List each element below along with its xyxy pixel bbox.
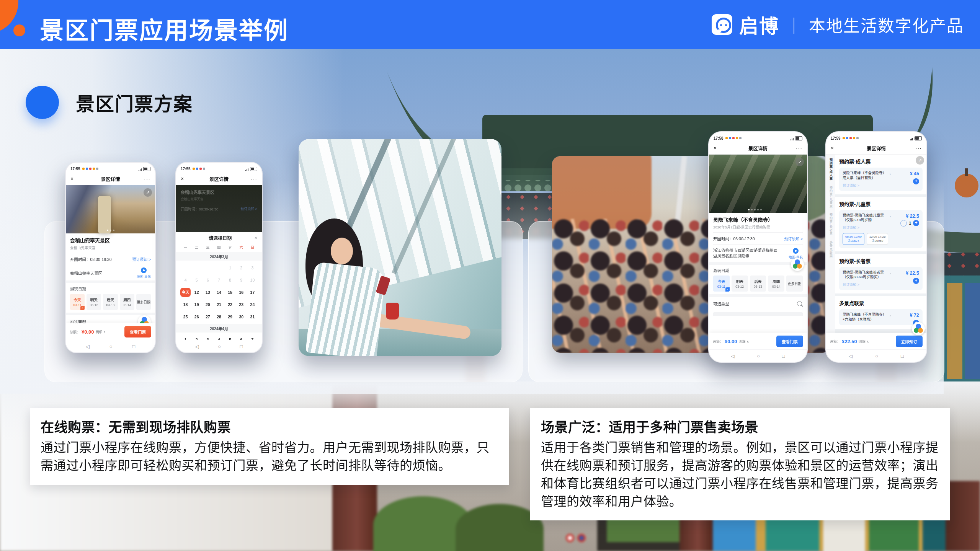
booking-notice-link[interactable]: 预订须知 > xyxy=(132,256,151,262)
calendar-day[interactable]: 26 xyxy=(191,312,202,321)
calendar-day[interactable]: 24 xyxy=(247,300,258,309)
date-pill[interactable]: 更多日期 xyxy=(786,276,803,292)
time-slot[interactable]: 06:30-12:00 余32674 xyxy=(843,233,864,245)
android-back-icon[interactable]: ◁ xyxy=(731,353,735,359)
android-recent-icon[interactable]: □ xyxy=(901,353,904,359)
close-icon[interactable]: × xyxy=(831,145,838,151)
modal-close-icon[interactable]: × xyxy=(254,235,257,241)
android-home-icon[interactable]: ○ xyxy=(757,353,760,359)
ticket-card[interactable]: 灵隐飞来峰（不含灵隐寺）成人票（当日有效） › ¥ 45 + 预订须知 > xyxy=(839,168,923,191)
ticket-card[interactable]: 预约票-灵隐飞来峰长者票（仅限60-69周岁购买） › ¥ 22.5 + 预订须… xyxy=(839,267,923,290)
map-nav-button[interactable]: 地图·导航 xyxy=(789,248,803,259)
calendar-day[interactable] xyxy=(202,263,213,272)
more-icon[interactable]: ··· xyxy=(914,145,922,151)
calendar-day[interactable]: 2 xyxy=(236,263,247,272)
date-pill[interactable]: 更多日期 xyxy=(136,294,151,310)
calendar-day[interactable]: 19 xyxy=(191,300,202,309)
category-rail-item[interactable]: 预约票-长者票 xyxy=(829,213,833,235)
calendar-day[interactable]: 4 xyxy=(180,276,191,285)
calendar-day[interactable]: 31 xyxy=(247,312,258,321)
calendar-day[interactable]: 16 xyxy=(236,288,247,297)
date-pill[interactable]: 明天 03-12 xyxy=(732,276,748,292)
calendar-day[interactable] xyxy=(191,263,202,272)
android-back-icon[interactable]: ◁ xyxy=(86,344,90,349)
calendar-day[interactable]: 13 xyxy=(202,288,213,297)
search-icon[interactable] xyxy=(797,301,802,306)
calendar-day[interactable]: 20 xyxy=(202,300,213,309)
status-system-icons xyxy=(139,167,150,171)
close-icon[interactable]: × xyxy=(70,176,78,182)
calendar-day[interactable]: 8 xyxy=(225,276,236,285)
detail-toggle[interactable]: 明细 ∧ xyxy=(859,339,869,344)
android-home-icon[interactable]: ○ xyxy=(109,344,113,349)
more-icon[interactable]: ··· xyxy=(795,145,802,151)
map-nav-button[interactable]: 地图·导航 xyxy=(137,267,151,279)
date-pill[interactable]: 今天 03-11 xyxy=(70,294,85,310)
calendar-day[interactable]: 7 xyxy=(213,276,224,285)
calendar-day[interactable]: 5 xyxy=(191,276,202,285)
category-rail-item[interactable]: 预约票-儿童票 xyxy=(829,186,833,208)
share-icon[interactable]: ↗ xyxy=(144,188,152,197)
android-back-icon[interactable]: ◁ xyxy=(849,353,853,359)
share-icon[interactable]: ↗ xyxy=(916,156,924,165)
date-pill[interactable]: 明天 03-12 xyxy=(87,294,101,310)
calendar-day[interactable]: 29 xyxy=(225,312,236,321)
add-ticket-button[interactable]: + xyxy=(913,178,919,184)
booking-notice-link[interactable]: 预订须知 > xyxy=(843,183,919,188)
ticket-price: ¥ 45 xyxy=(910,171,919,176)
calendar-day[interactable]: 25 xyxy=(180,312,191,321)
calendar-day[interactable]: 10 xyxy=(247,276,258,285)
close-icon[interactable]: × xyxy=(181,176,188,182)
android-home-icon[interactable]: ○ xyxy=(875,353,878,359)
calendar-day[interactable]: 22 xyxy=(225,300,236,309)
detail-toggle[interactable]: 明细 ∧ xyxy=(96,329,106,334)
share-icon[interactable]: ↗ xyxy=(795,158,804,166)
calendar-day[interactable]: 30 xyxy=(236,312,247,321)
date-pill[interactable]: 后天 03-13 xyxy=(103,294,118,310)
calendar-day[interactable]: 9 xyxy=(236,276,247,285)
plus-button[interactable]: + xyxy=(913,220,919,226)
calendar-day[interactable] xyxy=(213,263,224,272)
calendar-day[interactable]: 27 xyxy=(202,312,213,321)
calendar-day[interactable]: 15 xyxy=(225,288,236,297)
add-ticket-button[interactable]: + xyxy=(913,278,919,284)
ticket-card[interactable]: 预约票-灵隐飞来峰儿童票（仅限6-18周岁购… › ¥ 22.5 − 1 + 预… xyxy=(839,210,923,248)
calendar-day[interactable]: 14 xyxy=(213,288,224,297)
calendar-day[interactable]: 12 xyxy=(191,288,202,297)
calendar-day[interactable]: 17 xyxy=(247,288,258,297)
android-recent-icon[interactable]: □ xyxy=(132,344,135,349)
android-home-icon[interactable]: ○ xyxy=(218,344,221,349)
date-pill[interactable]: 周四 03-14 xyxy=(768,276,784,292)
category-rail-item[interactable]: 多景点联票 xyxy=(829,241,833,258)
scenic-name: 灵隐飞来峰（不含灵隐寺） xyxy=(713,216,803,223)
battery-icon xyxy=(915,136,922,140)
booking-notice-link[interactable]: 预订须知 > xyxy=(784,236,803,241)
android-recent-icon[interactable]: □ xyxy=(782,353,785,359)
close-icon[interactable]: × xyxy=(714,145,721,151)
book-now-button[interactable]: 立即预订 xyxy=(896,336,923,347)
calendar-day[interactable]: 23 xyxy=(236,300,247,309)
calendar-day[interactable]: 1 xyxy=(225,263,236,272)
more-icon[interactable]: ··· xyxy=(250,176,257,182)
minus-button[interactable]: − xyxy=(900,220,907,227)
category-rail-item[interactable]: 预约票-成人票 xyxy=(829,158,833,181)
view-tickets-button[interactable]: 查看门票 xyxy=(124,326,151,337)
calendar-day[interactable]: 今天 xyxy=(180,288,191,297)
time-slot[interactable]: 12:00-17:25 余39950 xyxy=(867,233,889,245)
view-tickets-button[interactable]: 查看门票 xyxy=(776,336,803,347)
calendar-day[interactable]: 3 xyxy=(247,263,258,272)
ticket-card[interactable]: 灵隐飞来峰（不含灵隐寺）+六和塔（含登塔） › ¥ 72 + xyxy=(839,309,923,325)
detail-toggle[interactable]: 明细 ∧ xyxy=(739,339,749,344)
calendar-day[interactable]: 6 xyxy=(202,276,213,285)
date-pill[interactable]: 今天 03-11 xyxy=(713,276,730,292)
calendar-day[interactable]: 28 xyxy=(213,312,224,321)
date-pill[interactable]: 周四 03-14 xyxy=(120,294,134,310)
android-recent-icon[interactable]: □ xyxy=(240,344,243,349)
date-pill[interactable]: 后天 03-13 xyxy=(750,276,766,292)
booking-notice-link[interactable]: 预订须知 > xyxy=(843,282,919,287)
calendar-day[interactable]: 18 xyxy=(180,300,191,309)
more-icon[interactable]: ··· xyxy=(143,176,150,182)
calendar-day[interactable] xyxy=(180,263,191,272)
android-back-icon[interactable]: ◁ xyxy=(195,344,199,349)
calendar-day[interactable]: 21 xyxy=(213,300,224,309)
